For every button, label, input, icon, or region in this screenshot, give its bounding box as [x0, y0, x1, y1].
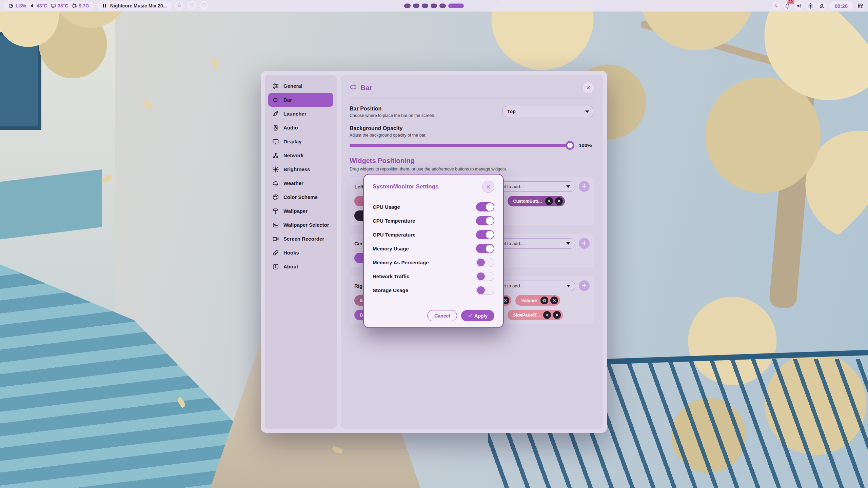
chip-remove-button[interactable] [555, 197, 563, 205]
wallpaper-tree-branch [640, 20, 811, 76]
widget-chip-label: CustomButt... [513, 199, 543, 204]
clock-pill[interactable]: 00:28 [829, 1, 853, 10]
slider-handle[interactable] [566, 141, 574, 150]
sidebar-item-weather[interactable]: Weather [268, 176, 333, 190]
check-icon [468, 313, 472, 318]
toggle-memory-usage[interactable] [476, 244, 494, 253]
sidebar-item-label: Wallpaper Selector [283, 222, 329, 228]
bar-position-dropdown[interactable]: Top [502, 106, 594, 117]
modal-close-button[interactable] [482, 181, 494, 193]
dashboard-icon [857, 3, 863, 9]
system-stats-pill[interactable]: 1.8% 43°C 38°C 9.7G [3, 1, 94, 10]
monitor-icon [51, 3, 56, 8]
chip-remove-button[interactable] [553, 311, 561, 319]
sidebar-item-screen-recorder[interactable]: Screen Recorder [268, 232, 333, 246]
wallpaper-leaf [211, 58, 219, 69]
sidebar-item-general[interactable]: General [268, 79, 333, 93]
skull-button[interactable]: ☠ [175, 1, 184, 10]
sidebar-item-wallpaper-selector[interactable]: Wallpaper Selector [268, 218, 333, 232]
sidebar-item-label: Network [283, 152, 303, 158]
widget-chip-volume[interactable]: Volume [515, 295, 560, 306]
toggle-gpu-temperature[interactable] [476, 230, 494, 239]
chip-icon [72, 3, 77, 8]
night-light-button[interactable] [818, 1, 827, 10]
wallpaper-leaf [101, 174, 113, 184]
sliders-icon [272, 83, 279, 89]
opacity-slider[interactable] [350, 144, 573, 147]
chip-settings-button[interactable] [545, 197, 553, 205]
dashboard-button[interactable] [856, 1, 865, 10]
notifications-button[interactable]: 10 [783, 1, 792, 10]
background-opacity-slider-row: 100% [350, 142, 594, 148]
workspace-dot[interactable] [413, 4, 419, 8]
toggle-memory-as-percentage[interactable] [476, 258, 494, 267]
top-bar-left: 1.8% 43°C 38°C 9.7G Nightcore Music Mix … [3, 1, 208, 10]
add-widget-button[interactable]: + [579, 181, 590, 192]
background-opacity-label: Background Opacity [350, 125, 594, 131]
sidebar-item-launcher[interactable]: Launcher [268, 107, 333, 121]
opacity-value: 100% [579, 142, 594, 148]
wallpaper-wall [0, 14, 115, 312]
sidebar-item-label: Color Scheme [283, 194, 318, 200]
chip-settings-button[interactable] [540, 297, 548, 304]
workspaces-pill[interactable] [400, 2, 468, 10]
workspace-dot[interactable] [431, 4, 437, 8]
sidebar-item-color-scheme[interactable]: Color Scheme [268, 190, 333, 204]
sidebar-item-label: Wallpaper [283, 208, 308, 214]
sidebar-item-label: Hooks [283, 250, 299, 256]
brightness-button[interactable] [806, 1, 815, 10]
sidebar-item-bar[interactable]: Bar [268, 93, 333, 107]
toggle-label: GPU Temperature [373, 232, 415, 238]
sidebar-item-audio[interactable]: Audio [268, 121, 333, 135]
volume-button[interactable] [795, 1, 804, 10]
media-player-pill[interactable]: Nightcore Music Mix 20... [97, 1, 172, 10]
toggle-storage-usage[interactable] [476, 286, 494, 295]
chip-settings-button[interactable] [543, 311, 551, 319]
speaker-icon [796, 3, 802, 9]
pause-icon [102, 3, 107, 8]
apply-label: Apply [474, 313, 488, 319]
sidebar-item-wallpaper[interactable]: Wallpaper [268, 204, 333, 218]
toggle-label: CPU Temperature [373, 218, 415, 224]
cloud-icon [272, 180, 279, 187]
bar-position-text: Bar Position Choose where to place the b… [350, 106, 435, 118]
sidebar-item-label: Launcher [283, 111, 307, 117]
toggle-cpu-usage[interactable] [476, 202, 494, 211]
workspace-dot[interactable] [422, 4, 428, 8]
cancel-button[interactable]: Cancel [427, 310, 457, 321]
window-close-button[interactable] [582, 82, 594, 94]
modal-header: SystemMonitor Settings [373, 181, 494, 193]
toggle-row-memory-usage: Memory Usage [373, 244, 494, 253]
gpu-temp-stat: 38°C [51, 3, 68, 8]
workspace-dot-active[interactable] [448, 4, 464, 8]
desktop: { "bar": { "stats": { "cpu": "1.8%", "cp… [0, 0, 868, 488]
top-bar: 1.8% 43°C 38°C 9.7G Nightcore Music Mix … [0, 0, 868, 12]
widget-chip-sidepanelt[interactable]: SidePanelT... [508, 310, 563, 320]
add-widget-button[interactable]: + [579, 238, 590, 249]
palette-icon [272, 194, 279, 201]
add-widget-button[interactable]: + [579, 280, 590, 291]
bar-position-label: Bar Position [350, 106, 435, 112]
widget-chip-custombutt[interactable]: CustomButt... [508, 196, 565, 206]
sidebar-item-display[interactable]: Display [268, 135, 333, 148]
sidebar-item-about[interactable]: About [268, 260, 333, 273]
sidebar-item-hooks[interactable]: Hooks [268, 246, 333, 260]
sidebar-item-label: Audio [283, 125, 298, 130]
link-icon [272, 249, 279, 256]
tray-app-button[interactable] [772, 1, 781, 10]
workspace-dot[interactable] [404, 4, 411, 8]
sidebar-item-brightness[interactable]: Brightness [268, 162, 333, 176]
toggle-knob [486, 231, 494, 239]
toggle-network-traffic[interactable] [476, 272, 494, 281]
sidebar-item-network[interactable]: Network [268, 148, 333, 162]
apply-button[interactable]: Apply [461, 310, 494, 321]
page-title: Bar [360, 84, 579, 92]
heart-button-2[interactable]: ♡ [199, 1, 208, 10]
monitor-icon [272, 138, 279, 145]
toggle-cpu-temperature[interactable] [476, 216, 494, 225]
heart-button-1[interactable]: ♡ [187, 1, 196, 10]
workspace-dot[interactable] [439, 4, 446, 8]
chip-remove-button[interactable] [550, 297, 558, 304]
gauge-icon [8, 3, 14, 8]
cpu-usage-stat: 1.8% [8, 3, 26, 8]
